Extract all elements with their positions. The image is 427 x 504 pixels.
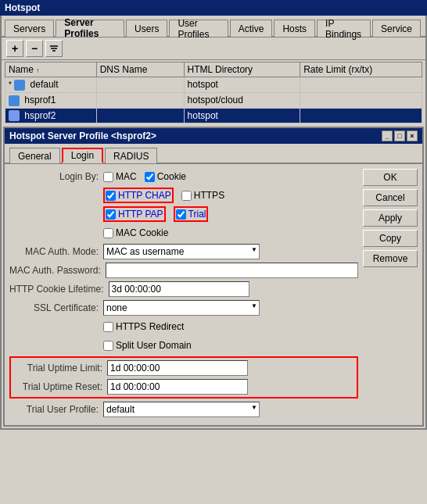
mac-cookie-checkbox-item: MAC Cookie [103, 227, 168, 238]
row-icon [9, 110, 20, 121]
window-title: Hotspot [5, 2, 40, 13]
sort-icon: ↑ [36, 67, 39, 74]
login-by-checkboxes: MAC Cookie [103, 171, 186, 182]
mac-auth-mode-label: MAC Auth. Mode: [9, 246, 103, 257]
trial-checkbox[interactable] [176, 209, 186, 220]
https-redirect-checkbox-item: HTTPS Redirect [103, 321, 184, 332]
maximize-button[interactable]: □ [394, 130, 405, 141]
trial-uptime-limit-label: Trial Uptime Limit: [13, 363, 107, 374]
http-chap-checkbox[interactable] [106, 191, 116, 201]
trial-label: Trial [188, 209, 206, 220]
main-window: Servers Server Profiles Users User Profi… [0, 16, 427, 430]
trial-uptime-limit-input[interactable] [107, 360, 248, 376]
ssl-certificate-select[interactable]: none [103, 300, 260, 316]
profiles-table-container: Name ↑ DNS Name HTML Directory Rate Limi… [2, 60, 425, 125]
mac-cookie-row: MAC Cookie [9, 225, 358, 241]
http-chap-checkboxes: HTTP CHAP HTTPS [103, 188, 224, 203]
filter-icon [49, 44, 59, 53]
ssl-certificate-wrapper: none [103, 300, 260, 316]
http-cookie-lifetime-label: HTTP Cookie Lifetime: [9, 284, 109, 295]
tab-radius[interactable]: RADIUS [105, 148, 157, 163]
http-pap-checkbox[interactable] [106, 209, 116, 220]
col-html-dir[interactable]: HTML Directory [184, 63, 300, 77]
http-cookie-lifetime-row: HTTP Cookie Lifetime: [9, 281, 358, 297]
mac-cookie-checkbox[interactable] [103, 228, 113, 238]
split-user-domain-row: Split User Domain [9, 338, 358, 353]
split-user-domain-checkbox[interactable] [103, 341, 113, 351]
mac-checkbox-item: MAC [103, 171, 137, 182]
http-cookie-lifetime-input[interactable] [109, 281, 249, 297]
table-row[interactable]: * default hotspot [5, 77, 422, 93]
http-chap-highlighted: HTTP CHAP [103, 188, 174, 203]
dialog-form: Login By: MAC Cookie [9, 169, 358, 420]
cookie-label: Cookie [157, 171, 186, 182]
row-icon [9, 95, 20, 106]
col-dns-name[interactable]: DNS Name [96, 63, 184, 77]
ssl-certificate-label: SSL Certificate: [9, 302, 103, 313]
split-user-domain-checkbox-item: Split User Domain [103, 340, 192, 351]
remove-button[interactable]: Remove [363, 250, 418, 267]
tab-hosts[interactable]: Hosts [274, 20, 315, 37]
toolbar: + − [2, 38, 425, 60]
split-user-domain-label: Split User Domain [116, 340, 192, 351]
dialog-body: Login By: MAC Cookie [5, 164, 422, 425]
row-icon [14, 80, 25, 91]
ok-button[interactable]: OK [363, 169, 418, 186]
cookie-checkbox[interactable] [145, 172, 155, 182]
trial-uptime-reset-input[interactable] [107, 379, 248, 395]
table-row[interactable]: hsprof2 hotspot [5, 108, 422, 123]
http-pap-label: HTTP PAP [118, 209, 163, 220]
hotspot-profile-dialog: Hotspot Server Profile <hsprof2> _ □ × G… [3, 127, 424, 427]
http-pap-highlighted: HTTP PAP [103, 206, 166, 222]
login-by-row: Login By: MAC Cookie [9, 169, 358, 184]
http-pap-checkbox-item: HTTP PAP [106, 209, 163, 220]
cancel-button[interactable]: Cancel [363, 189, 418, 206]
remove-button[interactable]: − [26, 40, 43, 57]
http-pap-row: HTTP PAP Trial [9, 206, 358, 222]
ssl-certificate-row: SSL Certificate: none [9, 300, 358, 316]
close-button[interactable]: × [407, 130, 418, 141]
tab-general[interactable]: General [9, 148, 60, 163]
tab-ip-bindings[interactable]: IP Bindings [317, 20, 371, 37]
trial-user-profile-select[interactable]: default [103, 402, 260, 417]
add-button[interactable]: + [6, 40, 23, 57]
mac-checkbox[interactable] [103, 172, 113, 182]
login-by-label: Login By: [9, 171, 103, 182]
trial-section: Trial Uptime Limit: Trial Uptime Reset: [9, 356, 358, 399]
row-name-cell: * default [5, 77, 97, 93]
mac-cookie-label: MAC Cookie [116, 227, 168, 238]
tab-servers[interactable]: Servers [5, 20, 54, 37]
minimize-button[interactable]: _ [382, 130, 393, 141]
tab-active[interactable]: Active [230, 20, 273, 37]
https-checkbox-item: HTTPS [181, 190, 224, 201]
apply-button[interactable]: Apply [363, 209, 418, 227]
mac-label: MAC [116, 171, 137, 182]
trial-user-profile-row: Trial User Profile: default [9, 402, 358, 417]
https-label: HTTPS [194, 190, 224, 201]
tab-server-profiles[interactable]: Server Profiles [56, 20, 124, 37]
row-name-cell: hsprof1 [5, 92, 97, 108]
tab-user-profiles[interactable]: User Profiles [169, 20, 228, 37]
col-name[interactable]: Name ↑ [5, 63, 97, 77]
https-redirect-checkbox[interactable] [103, 322, 113, 332]
filter-button[interactable] [45, 40, 63, 57]
tab-login[interactable]: Login [62, 148, 103, 163]
copy-button[interactable]: Copy [363, 230, 418, 247]
mac-auth-mode-wrapper: MAC as username [103, 244, 260, 259]
https-checkbox[interactable] [181, 191, 192, 201]
dialog-tab-bar: General Login RADIUS [5, 144, 422, 164]
http-pap-checkboxes: HTTP PAP Trial [103, 206, 208, 222]
col-rate-limit[interactable]: Rate Limit (rx/tx) [300, 63, 422, 77]
row-name-cell: hsprof2 [5, 108, 97, 123]
cookie-checkbox-item: Cookie [145, 171, 186, 182]
dialog-title-buttons: _ □ × [382, 130, 418, 141]
profiles-table: Name ↑ DNS Name HTML Directory Rate Limi… [5, 62, 422, 123]
tab-users[interactable]: Users [126, 20, 167, 37]
mac-auth-mode-select[interactable]: MAC as username [103, 244, 260, 259]
mac-auth-password-input[interactable] [106, 263, 358, 278]
https-redirect-row: HTTPS Redirect [9, 319, 358, 334]
trial-uptime-reset-label: Trial Uptime Reset: [13, 381, 107, 392]
table-row[interactable]: hsprof1 hotspot/cloud [5, 92, 422, 108]
tab-service[interactable]: Service [372, 20, 421, 37]
https-redirect-label: HTTPS Redirect [116, 321, 184, 332]
